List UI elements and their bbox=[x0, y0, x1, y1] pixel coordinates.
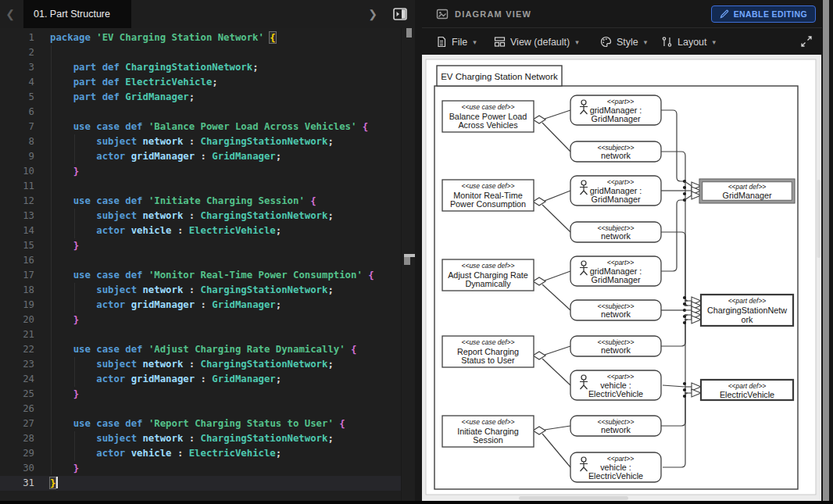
part-def-node[interactable]: <<part def>>ElectricVehicle bbox=[701, 380, 793, 400]
indent-guide bbox=[74, 283, 75, 313]
node-label: Session bbox=[473, 435, 502, 445]
part-node[interactable]: <<part>>vehicle :ElectricVehicle bbox=[570, 452, 661, 482]
node-label: <<part def>> bbox=[728, 183, 767, 191]
diagram-canvas[interactable]: EV Charging Station Network<<use case de… bbox=[422, 55, 821, 501]
diagram-vscrollbar-thumb[interactable] bbox=[817, 180, 821, 258]
view-menu[interactable]: View (default) ▾ bbox=[494, 29, 579, 55]
line-text: use case def 'Monitor Real-Time Power Co… bbox=[50, 268, 374, 283]
line-number: 28 bbox=[0, 431, 34, 446]
part-node[interactable]: <<part>>vehicle :ElectricVehicle bbox=[570, 370, 661, 400]
node-label: gridManager : bbox=[590, 186, 642, 195]
bottom-bar bbox=[0, 501, 833, 504]
code-line: 6 bbox=[0, 105, 401, 120]
code-line: 20 } bbox=[0, 313, 401, 327]
line-text: actor vehicle : ElectricVehicle; bbox=[50, 223, 281, 238]
code-line: 24 actor gridManager : GridManager; bbox=[0, 372, 401, 387]
part-def-node[interactable]: <<part def>>ChargingStationNetwork bbox=[701, 295, 793, 326]
diagram-view-title: DIAGRAM VIEW bbox=[455, 9, 531, 19]
part-def-node[interactable]: <<part def>>GridManager bbox=[699, 179, 795, 203]
line-number: 14 bbox=[0, 223, 34, 238]
line-number: 25 bbox=[0, 387, 34, 402]
line-text: use case def 'Report Charging Status to … bbox=[50, 416, 345, 431]
line-number: 6 bbox=[0, 105, 34, 120]
connector-dot bbox=[683, 395, 686, 398]
line-number: 12 bbox=[0, 194, 34, 209]
line-text: actor gridManager : GridManager; bbox=[50, 298, 281, 313]
indent-guide bbox=[74, 431, 75, 461]
node-label: <<subject>> bbox=[598, 302, 635, 310]
use-case-node[interactable]: <<use case def>>Balance Power LoadAcross… bbox=[442, 101, 534, 132]
use-case-node[interactable]: <<use case def>>Initiate ChargingSession bbox=[442, 416, 534, 447]
next-tab-chevron-icon[interactable]: ❯ bbox=[364, 0, 381, 28]
code-editor[interactable]: 1package 'EV Charging Station Network' {… bbox=[0, 28, 422, 501]
line-number: 1 bbox=[0, 30, 34, 45]
code-line: 29 actor vehicle : ElectricVehicle; bbox=[0, 446, 401, 461]
code-line: 5 part def GridManager; bbox=[0, 90, 401, 105]
node-label: <<subject>> bbox=[598, 224, 635, 232]
style-menu[interactable]: Style ▾ bbox=[600, 29, 647, 55]
pane-divider[interactable] bbox=[415, 0, 422, 501]
line-number: 20 bbox=[0, 313, 34, 327]
code-line: 18 subject network : ChargingStationNetw… bbox=[0, 283, 401, 298]
code-line: 22 use case def 'Adjust Charging Rate Dy… bbox=[0, 342, 401, 357]
file-icon bbox=[436, 36, 447, 48]
line-number: 30 bbox=[0, 461, 34, 476]
node-label: gridManager : bbox=[590, 105, 642, 115]
line-text: subject network : ChargingStationNetwork… bbox=[50, 431, 334, 446]
node-label: Power Consumption bbox=[450, 199, 526, 209]
line-number: 26 bbox=[0, 402, 34, 416]
code-line: 13 subject network : ChargingStationNetw… bbox=[0, 209, 401, 223]
line-text: part def ChargingStationNetwork; bbox=[50, 60, 259, 75]
line-number: 5 bbox=[0, 90, 34, 105]
node-label: ElectricVehicle bbox=[720, 390, 774, 399]
subject-node[interactable]: <<subject>>network bbox=[570, 416, 661, 436]
file-menu[interactable]: File ▾ bbox=[436, 29, 477, 55]
subject-node[interactable]: <<subject>>network bbox=[570, 336, 661, 356]
view-grid-icon bbox=[494, 36, 506, 48]
expand-diagram-icon[interactable] bbox=[800, 35, 813, 51]
split-editor-icon[interactable] bbox=[391, 5, 409, 23]
subject-node[interactable]: <<subject>>network bbox=[570, 222, 661, 242]
window-scrollbar[interactable] bbox=[822, 0, 833, 504]
editor-overview-ruler[interactable] bbox=[401, 28, 415, 501]
part-node[interactable]: <<part>>gridManager :GridManager bbox=[570, 256, 661, 286]
part-node[interactable]: <<part>>gridManager :GridManager bbox=[570, 95, 661, 125]
code-line: 14 actor vehicle : ElectricVehicle; bbox=[0, 223, 401, 238]
node-label: Across Vehicles bbox=[458, 120, 518, 130]
node-label: <<part def>> bbox=[728, 297, 767, 305]
node-label: <<subject>> bbox=[598, 144, 635, 152]
node-label: ork bbox=[742, 315, 754, 324]
code-line: 8 subject network : ChargingStationNetwo… bbox=[0, 134, 401, 149]
line-text: subject network : ChargingStationNetwork… bbox=[50, 209, 334, 223]
part-node[interactable]: <<part>>gridManager :GridManager bbox=[570, 176, 661, 206]
code-line: 10 } bbox=[0, 164, 401, 179]
connector-dot bbox=[683, 321, 686, 324]
diagram-hscrollbar-thumb[interactable] bbox=[519, 496, 628, 500]
enable-editing-button[interactable]: ENABLE EDITING bbox=[711, 5, 816, 23]
node-label: ChargingStationNetw bbox=[707, 306, 787, 315]
node-label: Status to User bbox=[461, 356, 515, 365]
subject-node[interactable]: <<subject>>network bbox=[570, 141, 661, 162]
use-case-node[interactable]: <<use case def>>Report ChargingStatus to… bbox=[442, 336, 534, 367]
style-palette-icon bbox=[600, 36, 612, 48]
node-label: network bbox=[601, 231, 631, 241]
use-case-node[interactable]: <<use case def>>Adjust Charging RateDyna… bbox=[442, 259, 534, 291]
line-number: 17 bbox=[0, 268, 34, 283]
node-label: <<part>> bbox=[607, 455, 635, 463]
use-case-node[interactable]: <<use case def>>Monitor Real-TimePower C… bbox=[442, 180, 534, 211]
code-line: 27 use case def 'Report Charging Status … bbox=[0, 416, 401, 431]
subject-node[interactable]: <<subject>>network bbox=[570, 300, 661, 320]
code-line: 25 } bbox=[0, 387, 401, 402]
layout-menu[interactable]: Layout ▾ bbox=[661, 29, 716, 55]
prev-tab-chevron-icon[interactable]: ❮ bbox=[2, 0, 19, 28]
connector-dot bbox=[683, 382, 686, 385]
window-scrollbar-thumb[interactable] bbox=[823, 0, 829, 504]
connector-dot bbox=[683, 192, 686, 195]
node-label: GridManager bbox=[591, 275, 640, 284]
indent-guide bbox=[74, 134, 75, 164]
node-label: ElectricVehicle bbox=[588, 471, 643, 481]
code-line: 31} bbox=[0, 476, 401, 491]
line-text: } bbox=[50, 387, 79, 402]
line-text: part def ElectricVehicle; bbox=[50, 75, 218, 90]
tab-part-structure[interactable]: 01. Part Structure bbox=[23, 0, 131, 28]
